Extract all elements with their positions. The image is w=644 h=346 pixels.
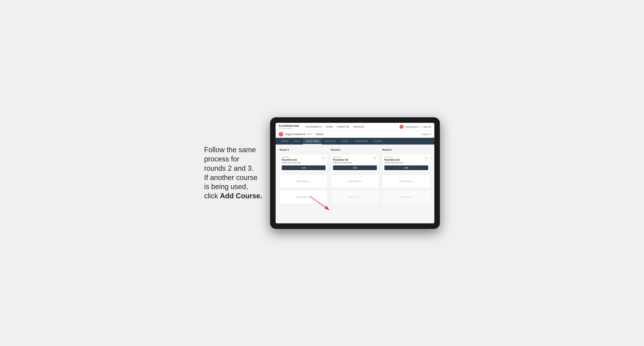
round-1-title: Round 1 xyxy=(280,149,328,151)
round-2-add-course-2: Add Course + xyxy=(331,190,379,204)
round-1-course-label: (Course A) xyxy=(282,156,322,158)
logo-sub: Powered by clippd xyxy=(279,127,299,129)
add-course-plus-r1-2: + xyxy=(309,195,310,198)
instruction-line4: If another course xyxy=(204,173,258,181)
round-2-course-info: (Course A) Peachtree GC Yellow (M) (6629… xyxy=(333,156,373,166)
round-1-add-course-1[interactable]: Add Course + xyxy=(280,174,328,188)
add-course-plus-r3-2: + xyxy=(412,195,413,198)
logo-scoreboard: SCOREBOARD xyxy=(279,124,299,127)
round-3-column: Round 3 (Course A) Peachtree GC Yellow (… xyxy=(382,149,430,204)
round-2-edit-button[interactable]: Edit xyxy=(333,166,377,170)
add-course-plus-r1-1: + xyxy=(309,179,310,183)
round-3-course-info: (Course A) Peachtree GC Yellow (M) (6629… xyxy=(384,156,424,166)
round-1-course-card: (Course A) Peachtree GC Yellow (M) (6629… xyxy=(280,154,328,172)
round-2-course-card: (Course A) Peachtree GC Yellow (M) (6629… xyxy=(331,154,379,172)
round-3-title: Round 3 xyxy=(382,149,430,151)
nav-links: TOURNAMENTS TEAMS COMMITTEE RANKINGS xyxy=(305,125,396,129)
round-3-course-header: (Course A) Peachtree GC Yellow (M) (6629… xyxy=(384,156,428,166)
round-1-delete-button[interactable]: ⊙ xyxy=(322,156,326,160)
instruction-line6: click xyxy=(204,192,220,200)
nav-tournaments[interactable]: TOURNAMENTS xyxy=(305,125,322,129)
instruction-line5: is being used, xyxy=(204,182,248,191)
instruction-text: Follow the same process for rounds 2 and… xyxy=(204,145,262,201)
round-3-edit-button[interactable]: Edit xyxy=(384,166,428,170)
logo-area: SCOREBOARD Powered by clippd xyxy=(279,124,299,129)
top-nav: SCOREBOARD Powered by clippd TOURNAMENTS… xyxy=(276,123,434,131)
tab-teams[interactable]: Teams xyxy=(291,138,303,145)
round-2-delete-button[interactable]: ⊙ xyxy=(373,156,377,160)
add-course-label-r1-1: Add Course xyxy=(297,180,308,182)
add-course-plus-r2-2: + xyxy=(360,195,362,198)
nav-teams[interactable]: TEAMS xyxy=(326,125,333,129)
round-3-add-course-2: Add Course + xyxy=(382,190,430,204)
instruction-bold: Add Course. xyxy=(220,192,262,200)
main-content: Round 1 (Course A) Peachtree GC Yellow (… xyxy=(276,145,434,223)
tournament-header: C Clippd Invitational (Men) Hosting Canc… xyxy=(276,131,434,138)
tabs-bar: Details Teams Course Setup Tee Groups Re… xyxy=(276,138,434,145)
nav-separator: | xyxy=(421,126,422,128)
round-1-course-details: Yellow (M) (6629 yds) xyxy=(282,162,322,164)
tab-printables[interactable]: Printables xyxy=(370,138,385,145)
nav-committee[interactable]: COMMITTEE xyxy=(336,125,350,129)
user-email: blair@clippd.io xyxy=(405,126,419,128)
nav-right: B blair@clippd.io | Sign out xyxy=(400,125,431,129)
add-course-label-r2-2: Add Course xyxy=(348,196,360,198)
round-2-course-name: Peachtree GC xyxy=(333,159,373,161)
round-2-title: Round 2 xyxy=(331,149,379,151)
add-course-label-r1-2: Add Course xyxy=(297,196,308,198)
add-course-plus-r2-1: + xyxy=(360,179,362,183)
tab-course-setup[interactable]: Course Setup xyxy=(303,138,322,145)
instruction-line1: Follow the same xyxy=(204,146,256,154)
tablet-screen: SCOREBOARD Powered by clippd TOURNAMENTS… xyxy=(276,123,434,223)
round-1-add-course-2[interactable]: Add Course + xyxy=(280,190,328,204)
add-course-label-r2-1: Add Course xyxy=(348,180,360,182)
instruction-line3: rounds 2 and 3. xyxy=(204,164,254,172)
round-1-course-header: (Course A) Peachtree GC Yellow (M) (6629… xyxy=(282,156,326,166)
round-1-column: Round 1 (Course A) Peachtree GC Yellow (… xyxy=(280,149,328,204)
nav-rankings[interactable]: RANKINGS xyxy=(353,125,364,129)
instruction-line2: process for xyxy=(204,155,239,163)
tablet-device: SCOREBOARD Powered by clippd TOURNAMENTS… xyxy=(270,117,440,229)
add-course-label-r3-1: Add Course xyxy=(400,180,411,182)
tab-results[interactable]: Results xyxy=(338,138,351,145)
add-course-plus-r3-1: + xyxy=(412,179,413,183)
round-1-course-info: (Course A) Peachtree GC Yellow (M) (6629… xyxy=(282,156,322,166)
hosting-badge: Hosting xyxy=(314,133,324,136)
round-2-course-label: (Course A) xyxy=(333,156,373,158)
user-avatar: B xyxy=(400,125,404,129)
add-course-label-r3-2: Add Course xyxy=(400,196,411,198)
round-3-add-course-1[interactable]: Add Course + xyxy=(382,174,430,188)
round-2-column: Round 2 (Course A) Peachtree GC Yellow (… xyxy=(331,149,379,204)
round-3-course-card: (Course A) Peachtree GC Yellow (M) (6629… xyxy=(382,154,430,172)
round-1-course-name: Peachtree GC xyxy=(282,159,322,161)
round-3-course-name: Peachtree GC xyxy=(384,159,424,161)
round-2-course-details: Yellow (M) (6629 yds) xyxy=(333,162,373,164)
round-3-delete-button[interactable]: ⊙ xyxy=(424,156,428,160)
rounds-grid: Round 1 (Course A) Peachtree GC Yellow (… xyxy=(280,149,430,204)
tournament-logo: C xyxy=(279,132,283,137)
round-2-add-course-1[interactable]: Add Course + xyxy=(331,174,379,188)
cancel-button[interactable]: Cancel ✕ xyxy=(422,133,431,136)
tab-tee-groups[interactable]: Tee Groups xyxy=(322,138,338,145)
round-3-course-label: (Course A) xyxy=(384,156,424,158)
round-3-course-details: Yellow (M) (6629 yds) xyxy=(384,162,424,164)
tournament-gender: (Men) xyxy=(308,133,312,135)
page-wrapper: Follow the same process for rounds 2 and… xyxy=(184,117,460,229)
sign-out-link[interactable]: Sign out xyxy=(423,126,431,128)
tournament-name: Clippd Invitational xyxy=(285,133,306,136)
round-1-edit-button[interactable]: Edit xyxy=(282,166,326,170)
round-2-course-header: (Course A) Peachtree GC Yellow (M) (6629… xyxy=(333,156,377,166)
tab-details[interactable]: Details xyxy=(279,138,291,145)
tab-leaderboards[interactable]: Leaderboards xyxy=(351,138,370,145)
